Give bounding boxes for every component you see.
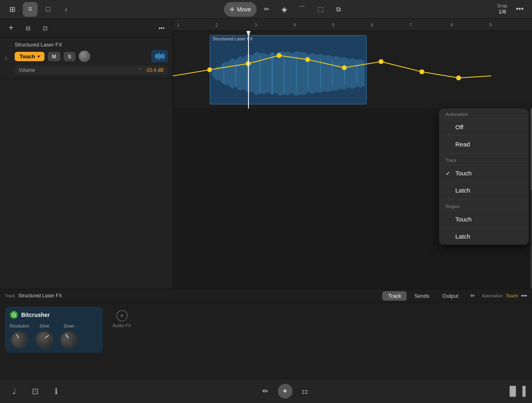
region-section-header: Region — [439, 201, 529, 210]
eraser-icon: ◈ — [282, 5, 287, 14]
toolbar-right: Snap 1/8 ••• — [497, 2, 527, 17]
pencil-tool-button[interactable]: ✏ — [258, 2, 275, 17]
power-icon: ⏻ — [11, 312, 16, 318]
track-lane: Structured Laser FX — [173, 31, 532, 108]
scroll-thumb — [530, 108, 532, 190]
automation-latch-item[interactable]: Latch — [439, 182, 529, 199]
volume-value: -10.4 dB — [145, 67, 164, 73]
copy-tool-button[interactable]: ⧉ — [330, 2, 346, 17]
ruler-mark-3: 3 — [255, 22, 257, 27]
waveform-bar — [162, 53, 163, 60]
snap-label: Snap — [497, 3, 508, 9]
browser-icon: ⊡ — [32, 386, 39, 396]
automation-read-item[interactable]: Read — [439, 135, 529, 153]
down-knob[interactable] — [58, 329, 80, 351]
curve-icon: ⌒ — [299, 4, 306, 14]
region-waveform — [210, 43, 366, 104]
ruler-mark-6: 6 — [371, 22, 373, 27]
volume-label: Volume — [19, 67, 135, 73]
browser-button[interactable]: ⊡ — [28, 384, 42, 399]
plugin-power-button[interactable]: ⏻ — [10, 311, 18, 319]
automation-touch-item[interactable]: ✓ Touch — [439, 164, 529, 182]
curve-tool-button[interactable]: ⌒ — [294, 2, 310, 17]
smart-controls-button[interactable]: ✦ — [278, 384, 293, 399]
info-button[interactable]: ℹ — [49, 384, 64, 399]
waveform-svg — [212, 43, 365, 104]
audio-fx-plus-icon: + — [116, 310, 128, 321]
move-tool-button[interactable]: ✛ Move — [224, 2, 257, 17]
solo-button[interactable]: S — [64, 52, 75, 61]
automation-off-label: Off — [455, 124, 463, 131]
waveform-bar — [164, 54, 164, 58]
automation-point[interactable] — [379, 59, 383, 64]
automation-touch-label: Touch — [455, 170, 472, 177]
automation-point[interactable] — [419, 69, 424, 74]
region-label: Structured Laser FX — [210, 35, 366, 42]
midi-view-button[interactable]: ♪ — [59, 2, 73, 17]
list-view-button[interactable]: ≡ — [23, 2, 38, 17]
menu-divider — [439, 199, 529, 200]
track-controls: Touch ▾ M S — [15, 50, 168, 62]
checkmark-icon: ✓ — [446, 170, 452, 177]
more-options-button[interactable]: ••• — [512, 2, 527, 17]
top-toolbar: ⊞ ≡ □ ♪ ✛ Move ✏ ◈ ⌒ ⬚ ⧉ — [0, 0, 532, 19]
marquee-tool-button[interactable]: ⬚ — [312, 2, 328, 17]
bp-more-button[interactable]: ••• — [521, 292, 527, 299]
menu-divider — [439, 153, 529, 154]
bp-edit-button[interactable]: ✏ — [467, 291, 479, 301]
track-volume-knob[interactable] — [79, 51, 90, 62]
plugin-section: ⏻ Bitcrusher Resolution Drive Down — [0, 303, 532, 357]
eraser-tool-button[interactable]: ◈ — [276, 2, 293, 17]
snap-control[interactable]: Snap 1/8 — [497, 3, 508, 15]
screen-view-button[interactable]: ⊡ — [39, 22, 51, 34]
track-list-icon: ⊟ — [26, 25, 31, 31]
loop-button[interactable]: ♩ — [7, 384, 21, 399]
track-view-button[interactable]: ⊟ — [22, 22, 34, 34]
toolbar-left: ⊞ ≡ □ ♪ — [5, 2, 73, 17]
automation-off-item[interactable]: Off — [439, 118, 529, 135]
ruler-mark-2: 2 — [215, 22, 218, 27]
window-view-button[interactable]: □ — [41, 2, 55, 17]
toolbar-center: ✛ Move ✏ ◈ ⌒ ⬚ ⧉ — [73, 2, 497, 17]
chevron-down-icon: ▾ — [38, 54, 40, 59]
automation-point[interactable] — [456, 75, 461, 80]
copy-icon: ⧉ — [336, 6, 341, 13]
automation-region-touch-item[interactable]: Touch — [439, 210, 529, 228]
resolution-knob[interactable] — [7, 328, 32, 352]
bp-tab-output[interactable]: Output — [437, 291, 464, 301]
sidebar-more-button[interactable]: ••• — [155, 22, 168, 34]
info-icon: ℹ — [55, 386, 58, 396]
automation-region-latch-item[interactable]: Latch — [439, 228, 529, 245]
automation-mode-button[interactable]: Touch ▾ — [15, 52, 44, 61]
plus-icon: + — [9, 23, 13, 33]
drive-knob[interactable] — [33, 328, 56, 351]
piano-button[interactable]: ▐▌▐ — [506, 386, 525, 396]
pencil-icon: ✏ — [264, 5, 269, 13]
grid-view-button[interactable]: ⊞ — [5, 2, 20, 17]
marquee-icon: ⬚ — [317, 5, 324, 13]
bp-tab-sends[interactable]: Sends — [408, 291, 435, 301]
bp-tabs: Track Sends Output — [382, 291, 464, 301]
mute-button[interactable]: M — [48, 52, 60, 61]
bp-tab-track[interactable]: Track — [382, 291, 407, 301]
knob-group-drive: Drive — [35, 324, 53, 349]
waveform-bar — [161, 55, 162, 58]
knob-down-label: Down — [64, 324, 74, 328]
audio-region[interactable]: Structured Laser FX — [210, 35, 367, 104]
pencil-center-icon: ✏ — [262, 387, 268, 396]
bp-track-name: Structured Laser FX — [18, 293, 62, 299]
add-track-button[interactable]: + — [5, 22, 17, 34]
pencil-mode-button[interactable]: ✏ — [258, 384, 273, 399]
plugin-block: ⏻ Bitcrusher Resolution Drive Down — [5, 307, 103, 353]
bottom-bar-left: ♩ ⊡ ℹ — [7, 384, 64, 399]
waveform-bar — [156, 53, 157, 59]
timeline-area: 1 2 3 4 5 6 7 8 9 Structured Laser FX — [173, 19, 532, 108]
grid-icon: ⊞ — [9, 5, 16, 14]
waveform-bar — [160, 54, 161, 59]
eq-button[interactable]: ⚏ — [297, 384, 312, 399]
bottom-bar-center: ✏ ✦ ⚏ — [64, 384, 506, 399]
bottom-panel: Track Structured Laser FX Track Sends Ou… — [0, 289, 532, 379]
bottom-panel-header: Track Structured Laser FX Track Sends Ou… — [0, 289, 532, 303]
automation-dropdown-menu: Automation Off Read Track ✓ Touch Latch … — [439, 108, 529, 245]
add-audio-fx-button[interactable]: + Audio FX — [109, 307, 134, 331]
